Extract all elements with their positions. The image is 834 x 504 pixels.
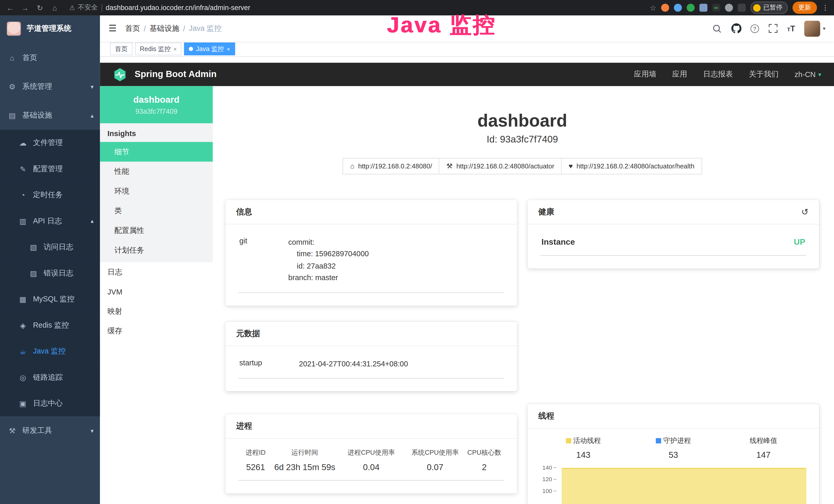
warning-icon: ⚠: [69, 4, 75, 12]
back-icon[interactable]: ←: [5, 3, 15, 12]
app-logo-row[interactable]: 芋道管理系统: [0, 16, 100, 42]
address-bar[interactable]: ⚠ 不安全 dashboard.yudao.iocoder.cn/infra/a…: [69, 3, 644, 12]
sba-instance-header[interactable]: dashboard 93a3fc7f7409: [100, 86, 213, 123]
sba-body: dashboard 93a3fc7f7409 Insights 细节 性能 环境…: [100, 86, 834, 504]
sba-item-caches[interactable]: 缓存: [100, 321, 213, 341]
sidebar-item-log-center[interactable]: ▣ 日志中心: [0, 390, 100, 416]
sba-item-jvm[interactable]: JVM: [100, 282, 213, 302]
home-icon: ⌂: [7, 54, 17, 62]
cards-left-column: 信息 git commit: time: 1596289704000 id: 2…: [225, 200, 517, 494]
process-col-cpus: CPU核心数 2: [464, 448, 504, 472]
sba-item-scheduled-tasks[interactable]: 计划任务: [100, 240, 213, 260]
url-text[interactable]: dashboard.yudao.iocoder.cn/infra/admin-s…: [106, 4, 250, 12]
sidebar-item-mysql-monitor[interactable]: ▦ MySQL 监控: [0, 286, 100, 312]
sidebar-item-api-logs[interactable]: ▥ API 日志 ▴: [0, 208, 100, 234]
sba-insights-section: Insights 细节 性能 环境 类 配置属性 计划任务: [100, 123, 213, 262]
tag-redis-monitor[interactable]: Redis 监控 ×: [135, 43, 182, 55]
sidebar-item-redis-monitor[interactable]: ◈ Redis 监控: [0, 312, 100, 338]
github-icon[interactable]: [731, 23, 741, 33]
sidebar-item-error-logs[interactable]: ▨ 错误日志: [0, 260, 100, 286]
git-row: git commit: time: 1596289704000 id: 27aa…: [238, 234, 504, 293]
security-warning[interactable]: ⚠ 不安全: [69, 3, 97, 12]
sba-nav-journal[interactable]: 日志报表: [703, 70, 733, 79]
sba-item-logs[interactable]: 日志: [100, 262, 213, 282]
process-col-system-cpu: 系统CPU使用率 0.07: [406, 448, 464, 472]
font-size-icon[interactable]: TT: [787, 24, 795, 33]
process-col-process-cpu: 进程CPU使用率 0.04: [337, 448, 406, 472]
fullscreen-icon[interactable]: [768, 23, 778, 33]
sidebar-item-label: 研发工具: [22, 426, 52, 435]
sidebar-item-home[interactable]: ⌂ 首页: [0, 44, 100, 72]
forward-icon[interactable]: →: [20, 3, 30, 12]
legend-label: 线程峰值: [749, 436, 777, 445]
breadcrumb: 首页 / 基础设施 / Java 监控: [125, 24, 221, 33]
sba-nav-applications[interactable]: 应用: [672, 70, 687, 79]
extension-icon-4[interactable]: [699, 4, 707, 12]
extension-icon-2[interactable]: [674, 4, 682, 12]
sidebar-item-label: Java 监控: [33, 346, 66, 356]
health-link[interactable]: ♥ http://192.168.0.2:48080/actuator/heal…: [562, 158, 702, 174]
sidebar-item-dev-tools[interactable]: ⚒ 研发工具 ▾: [0, 416, 100, 445]
sba-item-details[interactable]: 细节: [100, 142, 213, 162]
sba-item-config-props[interactable]: 配置属性: [100, 221, 213, 240]
threads-legend: 活动线程 143 守护进程: [539, 436, 809, 460]
sba-item-classes[interactable]: 类: [100, 201, 213, 221]
active-dot: [189, 47, 193, 51]
sidebar-item-java-monitor[interactable]: ☕ Java 监控: [0, 338, 100, 364]
spring-boot-admin-logo[interactable]: [113, 67, 127, 82]
sidebar-item-scheduled-jobs[interactable]: ◔ 定时任务: [0, 182, 100, 208]
extension-icon-on[interactable]: on: [712, 4, 720, 12]
breadcrumb-home[interactable]: 首页: [125, 24, 140, 33]
breadcrumb-infrastructure[interactable]: 基础设施: [150, 24, 179, 33]
user-menu[interactable]: ▾: [804, 21, 826, 37]
sidebar-item-infrastructure[interactable]: ▤ 基础设施 ▴: [0, 101, 100, 130]
hamburger-icon[interactable]: ☰: [108, 23, 117, 34]
link-url: http://192.168.0.2:48080/actuator: [456, 162, 554, 170]
tag-java-monitor[interactable]: Java 监控 ×: [184, 43, 235, 55]
sidebar-item-system-mgmt[interactable]: ⚙ 系统管理 ▾: [0, 72, 100, 101]
sidebar-item-label: API 日志: [33, 216, 62, 226]
threads-card: 线程 活动线程 143: [528, 404, 819, 504]
sba-nav-about[interactable]: 关于我们: [749, 70, 778, 79]
home-icon: ⌂: [350, 162, 354, 170]
bookmark-star-icon[interactable]: ☆: [650, 3, 656, 12]
sba-item-environment[interactable]: 环境: [100, 181, 213, 201]
tags-bar: 首页 Redis 监控 × Java 监控 ×: [100, 42, 834, 57]
info-card-body: git commit: time: 1596289704000 id: 27aa…: [225, 224, 517, 305]
close-icon[interactable]: ×: [226, 46, 230, 52]
extension-icon-5[interactable]: [725, 4, 733, 12]
sba-item-metrics[interactable]: 性能: [100, 162, 213, 182]
sidebar-item-config-mgmt[interactable]: ✎ 配置管理: [0, 156, 100, 182]
sba-locale-select[interactable]: zh-CN ▾: [794, 70, 821, 78]
search-icon[interactable]: [712, 23, 722, 33]
cards-right-column: 健康 ↺ Instance UP: [528, 200, 819, 504]
close-icon[interactable]: ×: [173, 46, 177, 52]
actuator-link[interactable]: ⚒ http://192.168.0.2:48080/actuator: [439, 158, 562, 174]
legend-label: 活动线程: [573, 436, 601, 445]
process-card-body: 进程ID 5261 运行时间 6d 23h 15m 59s: [225, 438, 517, 493]
legend-value: 53: [628, 450, 719, 460]
browser-menu-kebab-icon[interactable]: ⋮: [822, 4, 829, 12]
sidebar-item-access-logs[interactable]: ▧ 访问日志: [0, 234, 100, 260]
history-icon[interactable]: ↺: [802, 207, 809, 217]
instance-health-row[interactable]: Instance UP: [541, 234, 806, 256]
sidebar-item-trace[interactable]: ◎ 链路追踪: [0, 364, 100, 390]
tag-home[interactable]: 首页: [110, 43, 133, 55]
legend-live-threads: 活动线程 143: [539, 436, 629, 460]
sidebar-item-file-mgmt[interactable]: ☁ 文件管理: [0, 130, 100, 156]
sba-instance-id: 93a3fc7f7409: [135, 107, 177, 115]
help-icon[interactable]: ?: [750, 24, 759, 32]
profile-chip[interactable]: 已暂停: [750, 2, 788, 14]
tag-label: Java 监控: [196, 44, 224, 53]
extension-icon-3[interactable]: [686, 4, 695, 12]
sba-brand-title[interactable]: Spring Boot Admin: [135, 69, 217, 79]
browser-home-icon[interactable]: ⌂: [50, 3, 60, 12]
instance-link[interactable]: ⌂ http://192.168.0.2:48080/: [343, 158, 439, 174]
sba-item-mappings[interactable]: 映射: [100, 301, 213, 321]
reload-icon[interactable]: ↻: [35, 3, 45, 12]
update-button[interactable]: 更新: [792, 2, 817, 14]
sba-nav-wallboard[interactable]: 应用墙: [634, 70, 656, 79]
extension-icon-1[interactable]: [661, 4, 669, 12]
extensions-puzzle-icon[interactable]: [738, 4, 746, 12]
tag-label: 首页: [115, 44, 128, 53]
